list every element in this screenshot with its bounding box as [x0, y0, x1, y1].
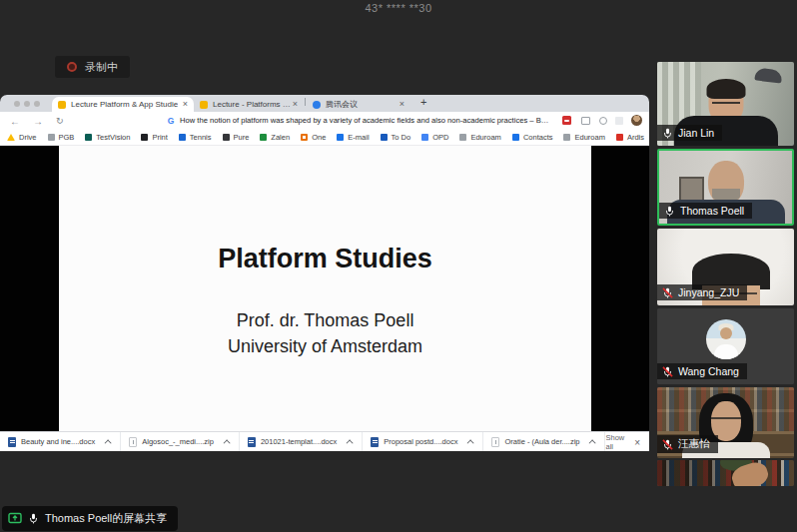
close-tab-icon[interactable]: [293, 100, 298, 109]
tab-label: 腾讯会议: [326, 99, 358, 110]
close-tab-icon[interactable]: [183, 100, 188, 109]
chevron-up-icon[interactable]: [223, 439, 230, 446]
ardis-icon: [616, 134, 623, 141]
bookmark-email[interactable]: E-mail: [337, 133, 369, 142]
bookmark-testvision[interactable]: TestVision: [85, 133, 130, 142]
mic-on-icon: [664, 206, 675, 217]
bookmark-eduroam-2[interactable]: Eduroam: [563, 133, 604, 142]
tab-label: Lecture Platform & App Studie: [71, 100, 178, 109]
shared-screen-browser: Lecture Platform & App Studie Lecture - …: [0, 95, 649, 451]
extension-icon[interactable]: [581, 117, 590, 125]
participant-tile-wang-chang[interactable]: Wang Chang: [657, 308, 794, 384]
tab-lecture-platform-app-studies[interactable]: Lecture Platform & App Studie: [52, 97, 194, 112]
download-item[interactable]: Oratie - (Aula der....zip: [483, 432, 605, 451]
browser-profile-avatar[interactable]: [631, 115, 642, 126]
participant-name: Wang Chang: [678, 365, 739, 377]
adobe-pdf-extension-icon[interactable]: [562, 116, 571, 125]
bookmark-drive[interactable]: Drive: [7, 133, 37, 142]
one-icon: [301, 134, 308, 141]
tab-separator: [305, 98, 306, 106]
slide-subtitle: Prof. dr. Thomas Poell University of Ams…: [59, 307, 591, 359]
bookmark-tennis[interactable]: Tennis: [179, 133, 212, 142]
zip-file-icon: [491, 437, 499, 447]
download-item[interactable]: Proposal postd....docx: [363, 432, 483, 451]
pgb-icon: [48, 134, 55, 141]
slide-title: Platform Studies: [59, 244, 591, 274]
participant-name: Jinyang_ZJU: [678, 286, 739, 298]
google-docs-icon: [58, 101, 66, 109]
back-button[interactable]: [10, 115, 20, 126]
bookmark-label: Zalen: [271, 133, 290, 142]
download-item[interactable]: Beauty and ine....docx: [0, 432, 121, 451]
tab-lecture-platforms-as-markets[interactable]: Lecture - Platforms as Markets: [194, 97, 304, 112]
bookmark-pure[interactable]: Pure: [223, 133, 250, 142]
chevron-up-icon[interactable]: [467, 439, 474, 446]
contacts-icon: [512, 134, 519, 141]
participant-video: [657, 460, 794, 486]
extension-icon[interactable]: [615, 117, 623, 125]
bookmark-todo[interactable]: To Do: [381, 133, 411, 142]
browser-tab-bar: Lecture Platform & App Studie Lecture - …: [0, 95, 649, 112]
show-all-downloads-link[interactable]: Show all: [605, 433, 624, 451]
participant-tile-thomas-poell[interactable]: Thomas Poell: [657, 149, 794, 226]
participant-name-label: Wang Chang: [657, 363, 747, 379]
recording-label: 录制中: [85, 60, 118, 75]
chevron-up-icon[interactable]: [347, 439, 354, 446]
participant-name-label: Jian Lin: [657, 125, 722, 141]
minimize-window-icon[interactable]: [24, 101, 30, 107]
bookmark-opd[interactable]: OPD: [421, 133, 448, 142]
reload-button[interactable]: [56, 116, 64, 126]
forward-button[interactable]: [33, 115, 43, 126]
zoom-meeting-window: 43* **** **30 录制中 Lecture Platform & App…: [0, 0, 797, 532]
close-tab-icon[interactable]: [399, 100, 404, 109]
extension-icon[interactable]: [599, 117, 607, 125]
bookmark-pgb[interactable]: PGB: [48, 133, 75, 142]
participant-tile-wang-huiyi[interactable]: 汪惠怡: [657, 387, 794, 458]
participant-tile-jinyang-zju[interactable]: Jinyang_ZJU: [657, 229, 794, 305]
participant-tile-jian-lin[interactable]: Jian Lin: [657, 62, 794, 146]
bookmark-one[interactable]: One: [301, 133, 326, 142]
participant-name-label: Thomas Poell: [659, 203, 752, 219]
mic-on-icon: [28, 513, 39, 524]
bookmark-ardis[interactable]: Ardis: [616, 133, 644, 142]
participant-tile-partial[interactable]: [657, 460, 794, 486]
close-window-icon[interactable]: [14, 101, 20, 107]
participant-name: 汪惠怡: [678, 437, 710, 451]
opd-icon: [421, 134, 428, 141]
bookmark-label: Eduroam: [574, 133, 604, 142]
bookmark-label: E-mail: [348, 133, 369, 142]
participant-name: Jian Lin: [678, 127, 714, 139]
download-filename: Algosoc_-_medi....zip: [142, 437, 214, 446]
google-favicon: [166, 116, 176, 126]
chevron-up-icon[interactable]: [589, 439, 596, 446]
bookmark-eduroam[interactable]: Eduroam: [459, 133, 500, 142]
download-item[interactable]: Algosoc_-_medi....zip: [121, 432, 240, 451]
print-icon: [141, 134, 148, 141]
pure-icon: [223, 134, 230, 141]
bookmark-label: Print: [152, 133, 167, 142]
tab-label: Lecture - Platforms as Markets: [213, 100, 293, 109]
slide-subtitle-line1: Prof. dr. Thomas Poell: [59, 307, 591, 333]
bookmarks-bar: Drive PGB TestVision Print Tennis Pure Z…: [0, 129, 649, 146]
bookmark-label: To Do: [392, 133, 411, 142]
bookmark-contacts[interactable]: Contacts: [512, 133, 553, 142]
bookmark-label: Contacts: [523, 133, 553, 142]
chevron-up-icon[interactable]: [105, 439, 112, 446]
download-filename: Proposal postd....docx: [384, 437, 457, 446]
window-controls[interactable]: [14, 101, 40, 107]
docx-file-icon: [8, 437, 16, 447]
tab-tencent-meeting[interactable]: 腾讯会议: [307, 97, 410, 112]
participant-name-label: Jinyang_ZJU: [657, 284, 747, 300]
close-downloads-bar-icon[interactable]: [634, 436, 640, 447]
bookmark-zalen[interactable]: Zalen: [260, 133, 290, 142]
bookmark-print[interactable]: Print: [141, 133, 167, 142]
maximize-window-icon[interactable]: [34, 101, 40, 107]
mic-on-icon: [662, 128, 673, 139]
download-item[interactable]: 201021-templat....docx: [240, 432, 363, 451]
masked-meeting-id: 43* **** **30: [0, 2, 797, 14]
screen-share-status: Thomas Poell的屏幕共享: [2, 506, 178, 531]
bookmark-label: Pure: [234, 133, 250, 142]
new-tab-button[interactable]: +: [420, 96, 426, 108]
address-bar[interactable]: How the notion of platform was shaped by…: [180, 112, 551, 129]
bookmark-label: TestVision: [96, 133, 130, 142]
